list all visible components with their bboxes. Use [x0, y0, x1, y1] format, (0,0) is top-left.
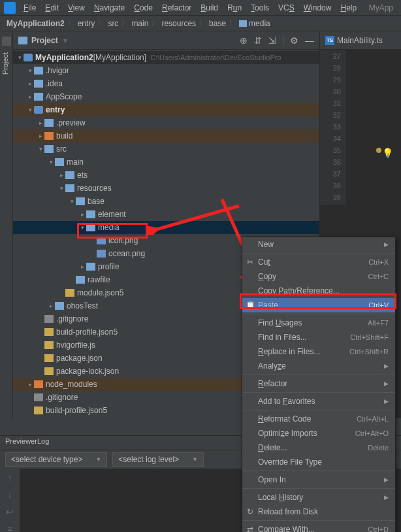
tree-item[interactable]: ▸build: [13, 129, 319, 142]
menu-item-find-in-files-[interactable]: Find in Files...Ctrl+Shift+F: [242, 330, 395, 344]
js-icon: [44, 341, 54, 349]
menu-file[interactable]: File: [20, 2, 40, 14]
breadcrumb-item[interactable]: MyApplication2: [7, 19, 65, 28]
breadcrumb: MyApplication2 〉 entry 〉 src 〉 main 〉 re…: [0, 16, 401, 31]
chevron-down-icon[interactable]: ▾: [63, 36, 67, 45]
locate-icon[interactable]: ⊕: [240, 35, 248, 46]
chevron-right-icon: ▶: [384, 476, 389, 483]
breadcrumb-item[interactable]: entry: [78, 19, 95, 28]
tree-item[interactable]: ▸ets: [13, 169, 319, 182]
git-icon: [34, 393, 43, 401]
menu-item-optimize-imports[interactable]: Optimize ImportsCtrl+Alt+O: [242, 426, 395, 441]
tree-item[interactable]: ▾entry: [13, 103, 319, 116]
menu-item-reformat-code[interactable]: Reformat CodeCtrl+Alt+L: [242, 412, 395, 426]
tree-item[interactable]: ▾src: [13, 142, 319, 156]
chevron-right-icon[interactable]: ▸: [37, 133, 44, 139]
chevron-down-icon[interactable]: ▾: [26, 67, 34, 74]
breadcrumb-item[interactable]: base: [209, 19, 226, 28]
chevron-down-icon[interactable]: ▾: [37, 146, 44, 152]
chevron-right-icon[interactable]: ▸: [47, 303, 55, 309]
editor-content[interactable]: 💡: [346, 50, 401, 205]
json-icon: [34, 407, 43, 414]
breadcrumb-item[interactable]: resources: [161, 19, 196, 28]
chevron-down-icon[interactable]: ▾: [78, 224, 86, 231]
breadcrumb-item[interactable]: src: [108, 19, 118, 28]
project-tool-icon[interactable]: [2, 37, 11, 46]
expand-icon[interactable]: ⇵: [254, 35, 262, 46]
tree-item[interactable]: ▸.preview: [13, 116, 319, 129]
menu-item-cut[interactable]: ✂CutCtrl+X: [242, 255, 395, 269]
breadcrumb-item[interactable]: main: [131, 19, 148, 28]
menu-item-find-usages[interactable]: Find UsagesAlt+F7: [242, 316, 395, 330]
tree-item[interactable]: ▸.idea: [13, 77, 319, 90]
filter-icon[interactable]: ≡: [3, 524, 17, 532]
gear-icon[interactable]: ⚙: [290, 35, 298, 46]
menu-refactor[interactable]: Refactor: [158, 2, 195, 14]
menu-item-copy[interactable]: CopyCtrl+C: [242, 269, 395, 284]
chevron-right-icon[interactable]: ▸: [78, 211, 86, 218]
folder-icon: [44, 132, 54, 140]
menu-view[interactable]: View: [64, 2, 89, 14]
menu-window[interactable]: Window: [300, 2, 336, 14]
bulb-icon[interactable]: 💡: [382, 148, 393, 158]
menu-item-open-in[interactable]: Open In▶: [242, 473, 395, 487]
menu-help[interactable]: Help: [336, 2, 361, 14]
log-level-selector[interactable]: <select log level>▼: [112, 452, 204, 467]
tree-item[interactable]: ▾main: [13, 156, 319, 169]
wrap-icon[interactable]: ↩: [3, 507, 17, 517]
tree-item[interactable]: ▾resources: [13, 182, 319, 195]
project-tool-label[interactable]: Project: [0, 48, 10, 78]
chevron-right-icon[interactable]: ▸: [26, 93, 34, 100]
menu-edit[interactable]: Edit: [41, 2, 63, 14]
menu-vcs[interactable]: VCS: [274, 2, 298, 14]
folder-icon: [86, 210, 95, 218]
chevron-down-icon[interactable]: ▾: [68, 198, 76, 205]
tree-item[interactable]: ▸AppScope: [13, 90, 319, 103]
editor-tab[interactable]: TS MainAbility.ts: [320, 31, 401, 50]
chevron-right-icon[interactable]: ▸: [26, 80, 34, 87]
menu-item-reload-from-disk[interactable]: ↻Reload from Disk: [242, 505, 395, 519]
menu-item-copy-path-reference-[interactable]: Copy Path/Reference...: [242, 284, 395, 298]
menu-item-compare-with-[interactable]: ⇄Compare With...Ctrl+D: [242, 522, 395, 532]
tree-item[interactable]: ▾media: [13, 221, 319, 234]
line-number: 30: [320, 88, 346, 99]
chevron-right-icon[interactable]: ▸: [37, 120, 44, 126]
menu-item-delete-[interactable]: Delete...Delete: [242, 441, 395, 455]
menu-item-refactor[interactable]: Refactor▶: [242, 376, 395, 391]
tree-item[interactable]: ▾base: [13, 195, 319, 208]
chevron-down-icon[interactable]: ▾: [26, 107, 34, 113]
chevron-right-icon[interactable]: ▸: [57, 172, 65, 178]
tree-item[interactable]: ▸element: [13, 208, 319, 221]
tree-root[interactable]: ▾MyApplication2 [MyApplication]C:\Users\…: [13, 51, 319, 64]
breadcrumb-item[interactable]: media: [239, 19, 270, 28]
menu-navigate[interactable]: Navigate: [90, 2, 129, 14]
menu-item-new[interactable]: New▶: [242, 237, 395, 252]
menu-item-add-to-favorites[interactable]: Add to Favorites▶: [242, 394, 395, 408]
menu-item-replace-in-files-[interactable]: Replace in Files...Ctrl+Shift+R: [242, 344, 395, 359]
folder-icon: [44, 119, 54, 127]
down-icon[interactable]: ↓: [3, 490, 17, 500]
menu-code[interactable]: Code: [130, 2, 157, 14]
log-toolbar: ↑ ↓ ↩ ≡: [0, 469, 20, 532]
menu-tools[interactable]: Tools: [247, 2, 273, 14]
hide-icon[interactable]: —: [305, 35, 314, 46]
chevron-down-icon[interactable]: ▾: [57, 185, 65, 191]
menu-item-analyze[interactable]: Analyze▶: [242, 359, 395, 373]
chevron-down-icon[interactable]: ▾: [47, 159, 55, 165]
folder-icon: [65, 184, 74, 192]
tree-item[interactable]: ▾.hvigor: [13, 64, 319, 77]
collapse-icon[interactable]: ⇲: [268, 35, 276, 46]
warning-icon: [376, 148, 381, 153]
chevron-right-icon[interactable]: ▸: [26, 381, 34, 388]
json-icon: [65, 289, 74, 297]
menu-run[interactable]: Run: [223, 2, 246, 14]
chevron-right-icon[interactable]: ▸: [78, 263, 86, 270]
menu-item-override-file-type[interactable]: Override File Type: [242, 455, 395, 469]
device-type-selector[interactable]: <select device type>▼: [5, 452, 107, 467]
menu-item-local-history[interactable]: Local History▶: [242, 490, 395, 505]
folder-icon: [18, 37, 27, 44]
menu-build[interactable]: Build: [197, 2, 222, 14]
menu-item-paste[interactable]: 📋PasteCtrl+V: [242, 298, 395, 312]
panel-title[interactable]: Project: [31, 36, 58, 45]
up-icon[interactable]: ↑: [3, 473, 17, 483]
